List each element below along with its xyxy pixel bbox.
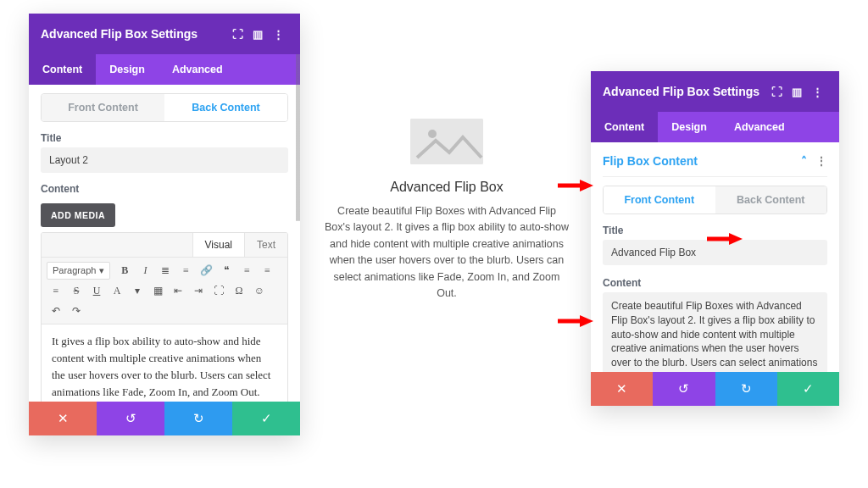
tabs: Content Design Advanced (591, 112, 839, 142)
tab-advanced[interactable]: Advanced (721, 112, 798, 142)
title-field[interactable] (603, 240, 827, 265)
wysiwyg-editor: Visual Text Paragraph▾ B I ≣ ≡ 🔗 ❝ ≡ ≡ ≡… (41, 232, 288, 402)
redo-button[interactable]: ↻ (715, 372, 777, 406)
action-bar: ✕ ↺ ↻ ✓ (591, 372, 839, 406)
settings-panel-right: Advanced Flip Box Settings ⛶ ▥ ⋮ Content… (591, 71, 839, 406)
svg-rect-0 (410, 119, 483, 164)
annotation-arrow-icon (556, 313, 593, 329)
tab-design[interactable]: Design (658, 112, 721, 142)
kebab-icon[interactable]: ⋮ (807, 81, 827, 102)
columns-icon[interactable]: ▥ (787, 81, 807, 102)
content-label: Content (603, 277, 827, 289)
editor-tab-visual[interactable]: Visual (192, 233, 245, 257)
chevron-up-icon: ˄ (801, 154, 807, 168)
chevron-down-icon: ▾ (99, 265, 104, 276)
add-media-button[interactable]: ADD MEDIA (41, 203, 115, 227)
panel-body: Front Content Back Content Title Content… (29, 85, 300, 402)
tab-content[interactable]: Content (29, 54, 96, 85)
more-icon[interactable]: ▾ (128, 281, 147, 300)
align-right-icon[interactable]: ≡ (47, 281, 65, 300)
table-icon[interactable]: ▦ (148, 281, 167, 300)
align-left-icon[interactable]: ≡ (237, 261, 256, 280)
fullscreen-icon[interactable]: ⛶ (209, 281, 228, 300)
settings-panel-left: Advanced Flip Box Settings ⛶ ▥ ⋮ Content… (29, 14, 300, 435)
editor-toolbar: Paragraph▾ B I ≣ ≡ 🔗 ❝ ≡ ≡ ≡ S U A ▾ ▦ ⇤… (42, 258, 287, 324)
strike-icon[interactable]: S (67, 281, 86, 300)
section-flip-box-content[interactable]: Flip Box Content ˄⋮ (603, 151, 827, 177)
redo-button[interactable]: ↻ (164, 402, 232, 435)
content-label: Content (41, 183, 288, 195)
cancel-button[interactable]: ✕ (591, 372, 653, 406)
tab-content[interactable]: Content (591, 112, 658, 142)
svg-point-1 (428, 130, 437, 138)
tabs: Content Design Advanced (29, 54, 300, 85)
module-preview: Advanced Flip Box Create beautiful Flip … (324, 119, 570, 302)
bold-icon[interactable]: B (115, 261, 134, 280)
action-bar: ✕ ↺ ↻ ✓ (29, 402, 300, 435)
seg-back-content[interactable]: Back Content (164, 94, 287, 121)
content-field[interactable]: Create beautiful Flip Boxes with Advance… (603, 292, 827, 372)
seg-front-content[interactable]: Front Content (604, 186, 715, 214)
emoji-icon[interactable]: ☺ (250, 281, 269, 300)
undo-icon[interactable]: ↶ (47, 302, 65, 320)
titlebar: Advanced Flip Box Settings ⛶ ▥ ⋮ (29, 14, 300, 54)
panel-body: Flip Box Content ˄⋮ Front Content Back C… (591, 142, 839, 372)
section-title: Flip Box Content (603, 154, 698, 168)
preview-heading: Advanced Flip Box (324, 180, 570, 195)
underline-icon[interactable]: U (87, 281, 106, 300)
content-side-segment: Front Content Back Content (603, 186, 827, 214)
save-button[interactable]: ✓ (232, 402, 300, 435)
kebab-icon[interactable]: ⋮ (815, 154, 827, 168)
preview-body: Create beautiful Flip Boxes with Advance… (324, 203, 570, 302)
indent-out-icon[interactable]: ⇤ (169, 281, 187, 300)
special-char-icon[interactable]: Ω (230, 281, 248, 300)
expand-icon[interactable]: ⛶ (227, 24, 248, 44)
save-button[interactable]: ✓ (777, 372, 839, 406)
editor-tab-text[interactable]: Text (245, 233, 287, 257)
align-center-icon[interactable]: ≡ (258, 261, 276, 280)
columns-icon[interactable]: ▥ (248, 24, 268, 44)
quote-icon[interactable]: ❝ (217, 261, 236, 280)
editor-content[interactable]: It gives a flip box ability to auto-show… (42, 324, 287, 402)
numbered-list-icon[interactable]: ≡ (176, 261, 195, 280)
seg-front-content[interactable]: Front Content (42, 94, 164, 121)
title-label: Title (41, 132, 288, 144)
seg-back-content[interactable]: Back Content (715, 186, 827, 214)
bullet-list-icon[interactable]: ≣ (156, 261, 175, 280)
panel-title: Advanced Flip Box Settings (41, 27, 198, 41)
undo-button[interactable]: ↺ (97, 402, 164, 435)
expand-icon[interactable]: ⛶ (766, 81, 787, 102)
titlebar: Advanced Flip Box Settings ⛶ ▥ ⋮ (591, 71, 839, 112)
link-icon[interactable]: 🔗 (197, 261, 215, 280)
tab-advanced[interactable]: Advanced (159, 54, 236, 85)
redo-icon[interactable]: ↷ (67, 302, 86, 320)
undo-button[interactable]: ↺ (653, 372, 715, 406)
content-side-segment: Front Content Back Content (41, 93, 288, 122)
editor-mode-tabs: Visual Text (42, 233, 287, 258)
cancel-button[interactable]: ✕ (29, 402, 97, 435)
kebab-icon[interactable]: ⋮ (268, 24, 288, 44)
indent-in-icon[interactable]: ⇥ (189, 281, 208, 300)
title-label: Title (603, 225, 827, 236)
tab-design[interactable]: Design (96, 54, 159, 85)
paragraph-dropdown[interactable]: Paragraph▾ (47, 262, 110, 280)
text-color-icon[interactable]: A (108, 281, 126, 300)
italic-icon[interactable]: I (136, 261, 154, 280)
image-placeholder-icon (410, 119, 483, 164)
scrollbar[interactable] (296, 54, 300, 402)
panel-title: Advanced Flip Box Settings (603, 85, 760, 98)
title-field[interactable] (41, 147, 288, 173)
